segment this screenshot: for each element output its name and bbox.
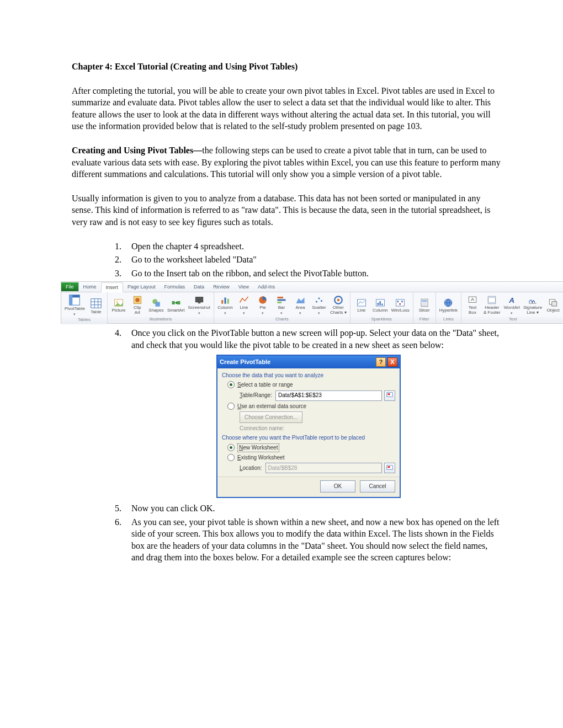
other-charts-button[interactable]: OtherCharts ▾ bbox=[330, 295, 347, 315]
group-charts: Charts bbox=[214, 317, 350, 324]
area-chart-button[interactable]: Area▾ bbox=[293, 295, 308, 315]
svg-rect-35 bbox=[379, 301, 380, 306]
close-button[interactable]: X bbox=[387, 357, 397, 367]
svg-rect-54 bbox=[552, 302, 557, 306]
label-table-range: Table/Range: bbox=[227, 392, 272, 399]
option-existing-worksheet[interactable]: Existing Worksheet bbox=[227, 454, 395, 462]
step-5: Now you can click OK. bbox=[115, 502, 502, 515]
shapes-button[interactable]: Shapes bbox=[148, 298, 164, 313]
bar-chart-button[interactable]: Bar▾ bbox=[274, 295, 289, 315]
sparkline-line-button[interactable]: Line bbox=[354, 298, 369, 313]
svg-rect-43 bbox=[422, 302, 427, 303]
group-text: Text bbox=[461, 317, 563, 324]
option-select-range[interactable]: Select a table or range bbox=[227, 381, 395, 389]
location-picker-button[interactable] bbox=[384, 463, 395, 473]
area-chart-icon bbox=[295, 295, 305, 305]
group-illustrations: Illustrations bbox=[108, 317, 214, 324]
headerfooter-button[interactable]: Header& Footer bbox=[484, 295, 501, 315]
sparkline-line-icon bbox=[357, 298, 367, 308]
pivottable-button[interactable]: PivotTable▾ bbox=[65, 294, 85, 317]
svg-rect-44 bbox=[422, 304, 427, 306]
help-button[interactable]: ? bbox=[376, 357, 386, 367]
hyperlink-button[interactable]: Hyperlink bbox=[439, 298, 458, 313]
svg-rect-34 bbox=[378, 303, 379, 306]
option-external-source[interactable]: Use an external data source bbox=[227, 403, 395, 410]
pivottable-icon bbox=[68, 294, 81, 306]
ok-button[interactable]: OK bbox=[320, 480, 355, 493]
svg-rect-60 bbox=[387, 466, 390, 468]
line-chart-button[interactable]: Line▾ bbox=[236, 295, 252, 315]
other-charts-icon bbox=[333, 295, 343, 305]
tab-formulas[interactable]: Formulas bbox=[160, 282, 190, 291]
svg-rect-38 bbox=[397, 301, 399, 302]
tab-review[interactable]: Review bbox=[209, 282, 234, 291]
group-tables: Tables bbox=[61, 317, 107, 324]
group-links: Links bbox=[436, 317, 461, 324]
sparkline-winloss-icon bbox=[395, 298, 405, 308]
picture-button[interactable]: Picture bbox=[111, 298, 126, 313]
choose-connection-button: Choose Connection... bbox=[240, 411, 302, 423]
step-3: Go to the Insert tab on the ribbon, and … bbox=[115, 267, 502, 280]
tab-insert[interactable]: Insert bbox=[101, 282, 124, 292]
object-button[interactable]: Object bbox=[545, 298, 561, 313]
svg-rect-39 bbox=[400, 303, 401, 305]
sparkline-column-icon bbox=[375, 298, 385, 308]
svg-point-27 bbox=[316, 301, 317, 302]
radio-selected-icon bbox=[227, 444, 235, 451]
step-1: Open the chapter 4 spreadsheet. bbox=[115, 240, 502, 253]
location-input: Data!$B$28 bbox=[265, 463, 382, 473]
section-choose-location: Choose where you want the PivotTable rep… bbox=[222, 434, 395, 442]
shapes-icon bbox=[151, 298, 161, 308]
steps-list: Open the chapter 4 spreadsheet. Go to th… bbox=[72, 240, 502, 564]
wordart-button[interactable]: AWordArt▾ bbox=[504, 295, 520, 315]
svg-rect-3 bbox=[91, 298, 101, 308]
label-location: Location: bbox=[227, 464, 262, 472]
tab-view[interactable]: View bbox=[234, 282, 253, 291]
option-new-worksheet[interactable]: New Worksheet bbox=[227, 443, 395, 452]
column-chart-button[interactable]: Column▾ bbox=[217, 295, 233, 315]
radio-selected-icon bbox=[227, 381, 235, 388]
table-button[interactable]: Table bbox=[88, 297, 104, 314]
dialog-titlebar: Create PivotTable ? X bbox=[217, 356, 400, 368]
headerfooter-icon bbox=[487, 295, 497, 305]
sparkline-column-button[interactable]: Column bbox=[373, 298, 388, 313]
smartart-button[interactable]: SmartArt bbox=[167, 298, 185, 313]
smartart-icon bbox=[171, 298, 181, 308]
range-picker-button[interactable] bbox=[384, 390, 395, 401]
step-4: Once you click on the PivotTable button … bbox=[115, 327, 502, 351]
intro-paragraph: After completing the tutorial, you will … bbox=[72, 85, 502, 132]
tab-data[interactable]: Data bbox=[189, 282, 209, 291]
tab-pagelayout[interactable]: Page Layout bbox=[123, 282, 160, 291]
table-range-input[interactable]: Data!$A$1:$E$23 bbox=[275, 390, 382, 401]
svg-point-28 bbox=[318, 297, 320, 299]
clipart-button[interactable]: ClipArt bbox=[130, 295, 145, 315]
cancel-button[interactable]: Cancel bbox=[360, 480, 395, 493]
tab-home[interactable]: Home bbox=[79, 282, 101, 291]
svg-rect-25 bbox=[277, 302, 282, 303]
sparkline-winloss-button[interactable]: Win/Loss bbox=[391, 298, 410, 313]
signature-icon bbox=[528, 295, 538, 305]
section-lead: Creating and Using Pivot Tables— bbox=[72, 146, 202, 155]
slicer-button[interactable]: Slicer bbox=[417, 298, 432, 313]
textbox-button[interactable]: ATextBox bbox=[465, 295, 480, 315]
svg-rect-24 bbox=[277, 299, 285, 301]
screenshot-button[interactable]: Screenshot▾ bbox=[188, 295, 210, 315]
signature-button[interactable]: SignatureLine ▾ bbox=[523, 295, 542, 315]
svg-point-11 bbox=[135, 298, 140, 303]
svg-rect-21 bbox=[227, 298, 229, 303]
svg-rect-36 bbox=[381, 303, 383, 305]
scatter-chart-button[interactable]: Scatter▾ bbox=[311, 295, 327, 315]
svg-rect-40 bbox=[401, 301, 402, 302]
pie-chart-button[interactable]: Pie▾ bbox=[255, 295, 270, 315]
tab-addins[interactable]: Add-Ins bbox=[253, 282, 279, 291]
tab-file[interactable]: File bbox=[61, 282, 79, 291]
svg-rect-13 bbox=[155, 302, 160, 306]
hyperlink-icon bbox=[443, 298, 453, 308]
svg-rect-18 bbox=[198, 302, 200, 303]
svg-rect-42 bbox=[422, 300, 427, 301]
textbox-icon: A bbox=[468, 295, 477, 305]
svg-rect-23 bbox=[277, 297, 283, 298]
group-filter: Filter bbox=[413, 317, 435, 324]
svg-rect-58 bbox=[387, 393, 390, 395]
section-choose-data: Choose the data that you want to analyze bbox=[222, 372, 395, 379]
